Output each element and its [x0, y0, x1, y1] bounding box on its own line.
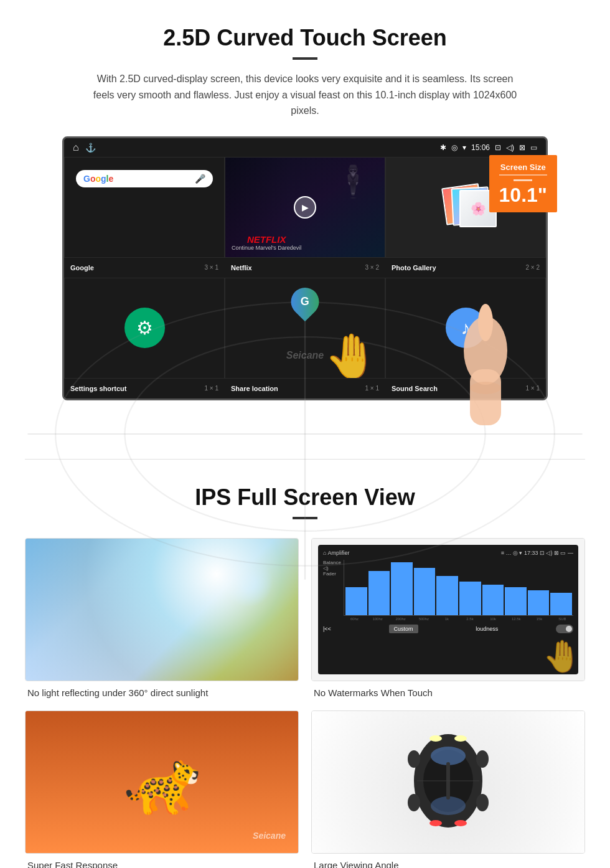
image-card-car: Large Viewing Angle — [311, 710, 585, 868]
svg-point-10 — [429, 820, 442, 826]
amp-screen: ⌂ Amplifier ≡ … ◎ ▾ 17:33 ⊡ ◁) ⊠ ▭ — Bal… — [318, 545, 578, 674]
cell-label-row-top: Google 3 × 1 Netflix 3 × 2 Photo Gallery… — [64, 258, 546, 278]
section-ips: IPS Full Screen View No light reflecting… — [0, 484, 610, 868]
caption-amplifier: No Watermarks When Touch — [311, 687, 585, 698]
svg-point-14 — [408, 794, 420, 811]
app-cell-netflix: 🕴 ▶ NETFLIX Continue Marvel's Daredevil — [225, 157, 385, 258]
image-card-sunlight: No light reflecting under 360° direct su… — [25, 538, 299, 698]
home-icon: ⌂ — [73, 142, 79, 153]
caption-car: Large Viewing Angle — [311, 860, 585, 868]
amp-bar-7 — [482, 585, 504, 615]
volume-icon: ◁) — [506, 143, 514, 152]
amp-footer: |<< Custom loudness — [323, 625, 573, 633]
google-logo: Google — [83, 174, 113, 184]
netflix-logo-text: NETFLIX — [232, 234, 301, 245]
badge-title: Screen Size — [499, 163, 547, 176]
device-watermark: Seicane — [286, 350, 324, 361]
google-search-bar[interactable]: Google 🎤 — [76, 170, 213, 187]
seicane-watermark: Seicane — [253, 831, 286, 841]
window-icon: ▭ — [530, 143, 537, 152]
play-button[interactable]: ▶ — [294, 196, 316, 219]
touch-hand-illustration — [436, 288, 535, 413]
amp-bar-3 — [391, 562, 413, 615]
netflix-label-row: Netflix 3 × 2 — [225, 262, 385, 274]
cheetah-visual: 🐆 Seicane — [26, 711, 298, 853]
screen-size-badge: Screen Size 10.1" — [489, 155, 557, 212]
amp-custom-btn: Custom — [389, 625, 418, 633]
amp-labels-row: 60hz 100hz 200hz 500hz 1k 2.5k 10k 12.5k… — [344, 617, 573, 621]
amp-bars-container — [344, 560, 573, 616]
mic-icon: 🎤 — [195, 174, 205, 184]
image-cheetah: 🐆 Seicane — [25, 710, 299, 854]
status-bar: ⌂ ⚓ ✱ ◎ ▾ 15:06 ⊡ ◁) ⊠ ▭ — [64, 138, 546, 157]
amp-bar-8 — [505, 587, 527, 615]
amp-loudness-label: loudness — [476, 626, 498, 632]
caption-sunlight: No light reflecting under 360° direct su… — [25, 687, 299, 698]
svg-point-3 — [470, 382, 501, 394]
share-widget: G 🤚 — [225, 278, 385, 378]
image-sunlight — [25, 538, 299, 681]
caption-cheetah: Super Fast Response — [25, 860, 299, 868]
app-grid-top: Google 🎤 🕴 — [64, 157, 546, 258]
usb-icon: ⚓ — [85, 143, 96, 153]
section2-title: IPS Full Screen View — [25, 484, 585, 511]
location-icon: ◎ — [451, 143, 458, 152]
amp-bar-4 — [414, 568, 436, 615]
settings-icon-circle: ⚙ — [124, 308, 165, 348]
status-right: ✱ ◎ ▾ 15:06 ⊡ ◁) ⊠ ▭ — [440, 143, 537, 152]
svg-point-15 — [476, 794, 489, 811]
cheetah-emoji: 🐆 — [123, 745, 201, 819]
image-card-amplifier: ⌂ Amplifier ≡ … ◎ ▾ 17:33 ⊡ ◁) ⊠ ▭ — Bal… — [311, 538, 585, 698]
svg-point-12 — [408, 750, 420, 768]
amp-bar-1 — [345, 587, 367, 615]
image-amplifier: ⌂ Amplifier ≡ … ◎ ▾ 17:33 ⊡ ◁) ⊠ ▭ — Bal… — [311, 538, 585, 681]
amp-icons: ≡ … ◎ ▾ 17:33 ⊡ ◁) ⊠ ▭ — — [501, 550, 573, 556]
svg-point-13 — [476, 750, 489, 768]
status-left: ⌂ ⚓ — [73, 142, 96, 153]
gallery-stack: 🌸 — [441, 182, 490, 232]
status-time: 15:06 — [471, 143, 490, 152]
google-widget: Google 🎤 — [65, 158, 224, 200]
amp-bar-10 — [550, 593, 572, 615]
gallery-label: Photo Gallery 2 × 2 — [385, 262, 546, 274]
amp-back-btn: |<< — [323, 626, 331, 632]
amp-header-title: ⌂ Amplifier — [323, 550, 349, 556]
settings-widget: ⚙ — [65, 278, 224, 378]
title-divider — [293, 57, 317, 60]
hand-touch-overlay: 🤚 — [543, 638, 581, 674]
amp-bar-6 — [459, 582, 481, 615]
settings-label: Settings shortcut 1 × 1 — [64, 382, 225, 395]
app-cell-google: Google 🎤 — [64, 157, 225, 258]
amp-toggle[interactable] — [556, 625, 573, 633]
amp-header: ⌂ Amplifier ≡ … ◎ ▾ 17:33 ⊡ ◁) ⊠ ▭ — — [323, 550, 573, 556]
svg-point-11 — [454, 820, 467, 826]
section2-divider — [293, 517, 317, 519]
device-mockup: Screen Size 10.1" ⌂ ⚓ ✱ ◎ ▾ 15:06 ⊡ ◁) ⊠ — [62, 136, 548, 400]
netflix-subtitle: Continue Marvel's Daredevil — [232, 245, 301, 251]
section1-desc: With 2.5D curved-display screen, this de… — [87, 71, 523, 119]
badge-size: 10.1" — [499, 185, 547, 205]
svg-point-9 — [454, 735, 467, 742]
camera-icon: ⊡ — [495, 143, 501, 152]
section1-title: 2.5D Curved Touch Screen — [37, 25, 573, 51]
svg-point-2 — [478, 304, 493, 341]
netflix-widget: 🕴 ▶ NETFLIX Continue Marvel's Daredevil — [225, 158, 385, 257]
sunlight-visual — [26, 539, 298, 681]
netflix-label: NETFLIX Continue Marvel's Daredevil — [232, 234, 301, 251]
section-divider — [25, 459, 585, 460]
amplifier-visual: ⌂ Amplifier ≡ … ◎ ▾ 17:33 ⊡ ◁) ⊠ ▭ — Bal… — [312, 539, 584, 681]
wifi-icon: ▾ — [462, 143, 466, 152]
share-label: Share location 1 × 1 — [225, 382, 385, 395]
app-cell-share: G 🤚 — [225, 278, 385, 379]
svg-rect-1 — [470, 369, 501, 425]
image-grid: No light reflecting under 360° direct su… — [25, 538, 585, 868]
car-top-view — [392, 725, 504, 839]
close-icon: ⊠ — [519, 143, 525, 152]
car-visual — [312, 711, 584, 853]
google-label: Google 3 × 1 — [64, 262, 225, 274]
amp-bar-9 — [528, 590, 550, 615]
section-curved: 2.5D Curved Touch Screen With 2.5D curve… — [0, 0, 610, 422]
amp-side-label: Balance◁)Fader — [323, 560, 341, 621]
svg-point-8 — [429, 735, 442, 742]
image-card-cheetah: 🐆 Seicane Super Fast Response — [25, 710, 299, 868]
